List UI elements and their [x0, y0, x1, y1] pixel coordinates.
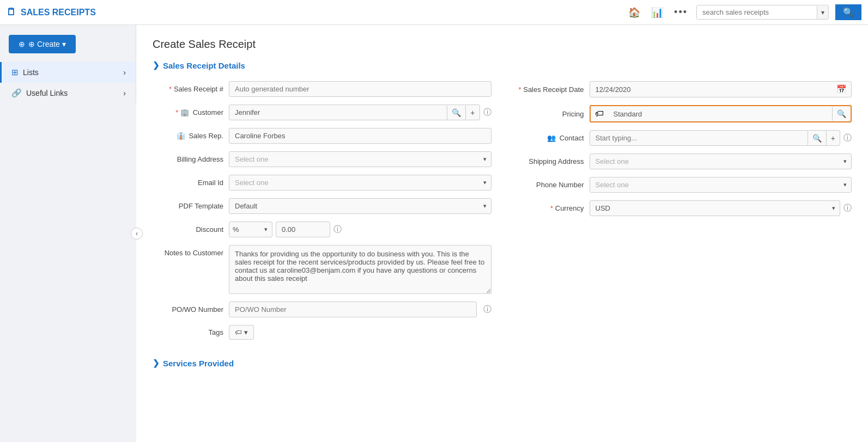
phone-number-select[interactable]: Select one [590, 177, 840, 192]
pricing-input-wrap: 🏷 🔍 [590, 105, 852, 122]
discount-value-input[interactable] [276, 222, 330, 237]
sales-rep-input[interactable] [229, 128, 491, 144]
customer-icon: 🏢 [180, 108, 189, 116]
sales-receipt-number-input[interactable] [229, 81, 491, 97]
search-button[interactable]: 🔍 [835, 4, 861, 20]
shipping-address-row: Shipping Address Select one ▾ [513, 154, 852, 169]
form-left-column: Sales Receipt # 🏢 Customer 🔍 + ⓘ [153, 81, 491, 347]
pricing-row: Pricing 🏷 🔍 [513, 105, 852, 122]
sales-rep-label: 👔 Sales Rep. [153, 132, 229, 140]
useful-links-label: Useful Links [26, 89, 68, 97]
email-id-row: Email Id Select one ▾ [153, 175, 491, 191]
contact-add-icon[interactable]: + [826, 131, 840, 145]
sidebar-item-lists[interactable]: ⊞ Lists › [0, 62, 136, 83]
shipping-address-label: Shipping Address [513, 157, 590, 165]
form-grid: Sales Receipt # 🏢 Customer 🔍 + ⓘ [153, 81, 852, 347]
shipping-address-select[interactable]: Select one [590, 154, 840, 169]
contact-info-icon[interactable]: ⓘ [843, 133, 852, 143]
search-wrap: ▾ [696, 5, 829, 20]
pricing-input[interactable] [608, 107, 833, 121]
customer-add-icon[interactable]: + [465, 106, 479, 120]
discount-row: Discount % $ ▾ ⓘ [153, 222, 491, 237]
sidebar: ⊕ ⊕ Create ▾ ⊞ Lists › 🔗 Useful Links › [0, 25, 136, 103]
discount-type-wrap: % $ ▾ [229, 222, 272, 237]
calendar-icon[interactable]: 📅 [832, 82, 851, 97]
chart-icon[interactable]: 📊 [649, 4, 665, 21]
layout: ⊕ ⊕ Create ▾ ⊞ Lists › 🔗 Useful Links › … [0, 25, 868, 442]
tags-dropdown-icon: ▾ [244, 328, 248, 336]
billing-address-row: Billing Address Select one ▾ [153, 151, 491, 167]
currency-row: Currency USD ▾ ⓘ [513, 200, 852, 216]
phone-number-label: Phone Number [513, 181, 590, 189]
search-dropdown-btn[interactable]: ▾ [817, 6, 828, 19]
header: 🗒 SALES RECEIPTS 🏠 📊 ••• ▾ 🔍 [0, 0, 868, 25]
create-label: ⊕ Create ▾ [28, 40, 66, 48]
customer-input[interactable] [229, 105, 447, 120]
currency-info-icon[interactable]: ⓘ [843, 203, 852, 213]
notes-label: Notes to Customer [153, 245, 229, 257]
currency-select[interactable]: USD [590, 201, 828, 216]
sales-receipt-details-section[interactable]: ❯ Sales Receipt Details [153, 60, 852, 70]
lists-label: Lists [23, 68, 39, 77]
powo-number-row: PO/WO Number ⓘ [153, 302, 491, 317]
currency-chevron-icon: ▾ [828, 205, 840, 212]
app-title-text: SALES RECEIPTS [21, 8, 96, 17]
powo-number-label: PO/WO Number [153, 305, 229, 314]
billing-address-label: Billing Address [153, 155, 229, 163]
sales-rep-icon: 👔 [177, 132, 185, 140]
phone-number-chevron-icon: ▾ [839, 181, 851, 188]
sidebar-collapse-button[interactable]: ‹ [131, 228, 143, 240]
discount-label: Discount [153, 225, 229, 234]
customer-info-icon[interactable]: ⓘ [483, 107, 491, 118]
phone-number-select-wrap: Select one ▾ [590, 177, 852, 193]
contact-label: 👥 Contact [513, 134, 590, 142]
app-title: 🗒 SALES RECEIPTS [7, 7, 126, 18]
sidebar-item-useful-links[interactable]: 🔗 Useful Links › [0, 83, 136, 103]
customer-row: 🏢 Customer 🔍 + ⓘ [153, 105, 491, 120]
contact-input[interactable] [590, 131, 808, 145]
email-id-select-wrap: Select one ▾ [229, 175, 491, 191]
lists-icon: ⊞ [11, 67, 19, 77]
more-icon[interactable]: ••• [672, 4, 690, 20]
search-input[interactable] [697, 5, 817, 19]
page-title: Create Sales Receipt [153, 38, 852, 51]
discount-info-icon[interactable]: ⓘ [333, 224, 342, 235]
pdf-template-row: PDF Template Default ▾ [153, 198, 491, 214]
useful-links-icon: 🔗 [11, 88, 22, 98]
discount-type-chevron-icon: ▾ [260, 226, 272, 233]
currency-select-wrap: USD ▾ [590, 200, 841, 216]
powo-number-input[interactable] [229, 302, 477, 317]
sales-receipt-number-row: Sales Receipt # [153, 81, 491, 97]
pdf-template-select-wrap: Default ▾ [229, 198, 491, 214]
currency-label: Currency [513, 204, 590, 212]
tags-button[interactable]: 🏷 ▾ [229, 325, 254, 340]
billing-address-select[interactable]: Select one [229, 152, 479, 167]
customer-label: 🏢 Customer [153, 108, 229, 116]
section-collapse-icon: ❯ [153, 60, 160, 70]
header-icons: 🏠 📊 ••• ▾ 🔍 [626, 4, 861, 21]
sales-receipt-number-label: Sales Receipt # [153, 85, 229, 93]
shipping-address-chevron-icon: ▾ [839, 158, 851, 165]
notes-textarea[interactable]: Thanks for providing us the opportunity … [229, 245, 491, 294]
email-id-select[interactable]: Select one [229, 175, 479, 190]
create-button[interactable]: ⊕ ⊕ Create ▾ [9, 35, 76, 53]
billing-address-select-wrap: Select one ▾ [229, 151, 491, 167]
discount-type-select[interactable]: % $ [229, 222, 260, 237]
billing-address-chevron-icon: ▾ [479, 156, 491, 163]
app-title-icon: 🗒 [7, 7, 16, 18]
powo-info-icon[interactable]: ⓘ [483, 304, 491, 315]
customer-search-icon[interactable]: 🔍 [447, 106, 465, 120]
sales-receipt-date-input[interactable] [590, 82, 833, 97]
services-provided-section[interactable]: ❯ Services Provided [153, 358, 852, 368]
sales-receipt-date-label: Sales Receipt Date [513, 85, 590, 94]
customer-input-wrap: 🔍 + [229, 105, 480, 120]
create-plus-icon: ⊕ [19, 40, 25, 48]
notes-row: Notes to Customer Thanks for providing u… [153, 245, 491, 294]
home-icon[interactable]: 🏠 [626, 4, 642, 21]
pricing-search-icon[interactable]: 🔍 [832, 107, 851, 121]
services-section-label: Services Provided [163, 359, 234, 368]
pdf-template-select[interactable]: Default [229, 199, 479, 213]
contact-input-wrap: 🔍 + [590, 130, 841, 146]
sales-rep-row: 👔 Sales Rep. [153, 128, 491, 144]
contact-search-icon[interactable]: 🔍 [808, 131, 826, 145]
